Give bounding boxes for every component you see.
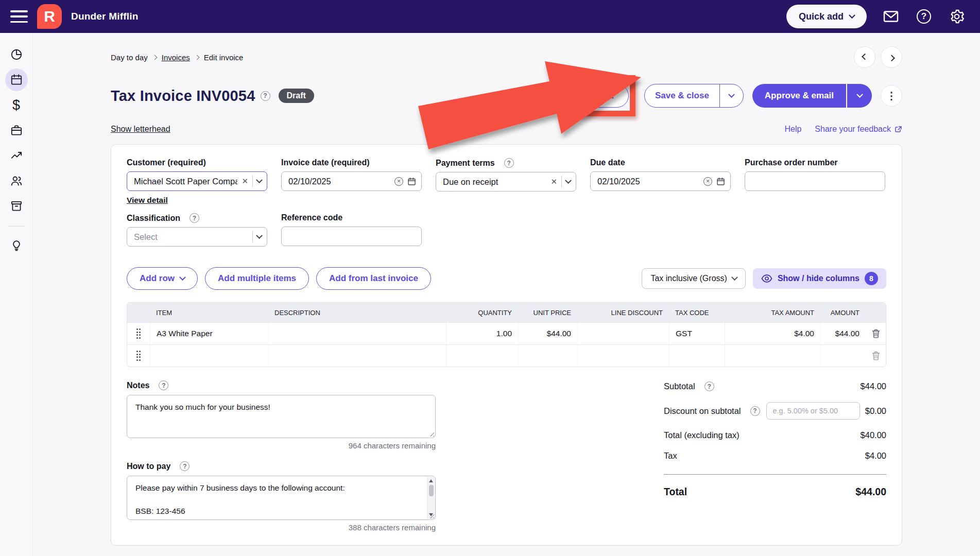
tax-mode-dropdown[interactable]: Tax inclusive (Gross): [642, 268, 745, 289]
cell-tax-code[interactable]: GST: [669, 323, 725, 344]
how-to-pay-label: How to pay?: [127, 461, 436, 471]
textarea-scrollbar[interactable]: [427, 477, 435, 519]
classification-help-icon[interactable]: ?: [190, 213, 199, 223]
next-invoice-button[interactable]: [881, 46, 902, 68]
quick-add-button[interactable]: Quick add: [786, 5, 867, 28]
chevron-down-icon[interactable]: [256, 232, 263, 239]
calendar-picker-icon[interactable]: [407, 177, 416, 186]
cell-tax-amount[interactable]: $4.00: [725, 323, 820, 344]
cell-quantity[interactable]: [446, 345, 518, 367]
show-letterhead-link[interactable]: Show letterhead: [111, 125, 170, 134]
trending-up-icon[interactable]: [5, 144, 28, 167]
dollar-icon[interactable]: $: [5, 94, 28, 116]
drag-handle-icon[interactable]: [127, 345, 150, 367]
add-from-last-invoice-button[interactable]: Add from last invoice: [316, 267, 431, 290]
calendar-icon[interactable]: [5, 68, 28, 91]
chevron-down-icon[interactable]: [565, 177, 572, 184]
col-unit-price[interactable]: UNIT PRICE: [518, 309, 577, 317]
app-logo[interactable]: R: [37, 4, 62, 29]
reference-code-field[interactable]: [281, 227, 422, 246]
add-row-button[interactable]: Add row: [127, 267, 198, 290]
cell-unit-price[interactable]: [518, 345, 577, 367]
calendar-picker-icon[interactable]: [716, 177, 725, 186]
how-to-pay-help-icon[interactable]: ?: [180, 461, 190, 471]
cell-item[interactable]: [150, 345, 268, 367]
scroll-up-icon[interactable]: [429, 479, 433, 482]
show-hide-columns-button[interactable]: Show / hide columns 8: [753, 268, 886, 289]
save-close-button[interactable]: Save & close: [645, 84, 719, 107]
save-close-dropdown[interactable]: [719, 84, 743, 107]
col-quantity[interactable]: QUANTITY: [446, 309, 518, 317]
how-to-pay-textarea[interactable]: Please pay within 7 business days to the…: [127, 476, 435, 519]
add-multiple-items-button[interactable]: Add multiple items: [205, 267, 309, 290]
reference-code-input[interactable]: [288, 232, 416, 241]
breadcrumb-day-to-day[interactable]: Day to day: [111, 53, 148, 62]
lightbulb-icon[interactable]: [5, 234, 28, 256]
payment-terms-help-icon[interactable]: ?: [504, 158, 514, 168]
clear-payment-terms-icon[interactable]: ✕: [551, 177, 557, 186]
feedback-link[interactable]: Share your feedback: [815, 125, 902, 134]
hamburger-menu-icon[interactable]: [10, 10, 28, 23]
archive-box-icon[interactable]: [5, 195, 28, 217]
payment-terms-input[interactable]: [443, 177, 546, 187]
col-item[interactable]: ITEM: [150, 309, 268, 317]
approve-email-button[interactable]: Approve & email: [752, 84, 846, 108]
more-options-kebab-button[interactable]: ⋮: [881, 85, 902, 107]
cell-tax-amount[interactable]: [725, 345, 820, 367]
previous-invoice-button[interactable]: [854, 46, 875, 68]
settings-gear-icon[interactable]: [948, 8, 966, 25]
cell-unit-price[interactable]: $44.00: [518, 323, 577, 344]
people-icon[interactable]: [5, 169, 28, 192]
view-detail-link[interactable]: View detail: [127, 196, 168, 205]
invoice-date-input[interactable]: [288, 177, 390, 186]
po-number-input[interactable]: [752, 177, 880, 186]
mail-icon[interactable]: [882, 8, 900, 25]
cell-amount[interactable]: [820, 345, 866, 367]
due-date-input[interactable]: [597, 177, 699, 186]
cell-line-discount[interactable]: [577, 323, 669, 344]
help-icon[interactable]: ?: [915, 8, 933, 25]
po-number-field[interactable]: [745, 171, 885, 191]
cell-tax-code[interactable]: [669, 345, 725, 367]
customer-combobox[interactable]: ✕: [127, 171, 267, 191]
cell-amount[interactable]: $44.00: [820, 323, 866, 344]
delete-row-icon[interactable]: [866, 345, 886, 367]
cell-quantity[interactable]: 1.00: [446, 323, 518, 344]
scroll-thumb[interactable]: [429, 485, 434, 496]
due-date-field[interactable]: ✕: [590, 171, 731, 191]
payment-terms-combobox[interactable]: ✕: [436, 172, 576, 192]
subtotal-help-icon[interactable]: ?: [704, 381, 714, 391]
help-link[interactable]: Help: [784, 125, 801, 134]
col-tax-code[interactable]: TAX CODE: [669, 309, 725, 317]
clear-customer-icon[interactable]: ✕: [242, 177, 248, 186]
discount-input[interactable]: [766, 402, 860, 420]
delete-row-icon[interactable]: [866, 323, 886, 344]
customer-input[interactable]: [134, 177, 237, 186]
breadcrumb-invoices[interactable]: Invoices: [162, 53, 190, 62]
briefcase-icon[interactable]: [5, 119, 28, 142]
subtotal-label: Subtotal?: [664, 381, 714, 391]
chevron-down-icon[interactable]: [256, 177, 263, 183]
classification-select[interactable]: [127, 227, 267, 247]
pie-chart-icon[interactable]: [5, 43, 28, 66]
drag-handle-icon[interactable]: [127, 323, 150, 344]
approve-email-dropdown[interactable]: [847, 84, 872, 108]
cell-description[interactable]: [268, 345, 446, 367]
col-amount[interactable]: AMOUNT: [820, 309, 866, 317]
cell-line-discount[interactable]: [577, 345, 669, 367]
col-line-discount[interactable]: LINE DISCOUNT: [577, 309, 669, 317]
clear-date-icon[interactable]: ✕: [394, 177, 403, 186]
subtotal-value: $44.00: [861, 381, 886, 391]
print-button[interactable]: Print: [579, 84, 629, 108]
notes-help-icon[interactable]: ?: [159, 380, 168, 390]
discount-help-icon[interactable]: ?: [750, 406, 760, 416]
classification-input[interactable]: [134, 232, 248, 242]
invoice-date-field[interactable]: ✕: [281, 171, 422, 191]
col-tax-amount[interactable]: TAX AMOUNT: [725, 309, 820, 317]
cell-item[interactable]: A3 White Paper: [150, 323, 268, 344]
title-help-icon[interactable]: ?: [261, 91, 270, 101]
notes-textarea[interactable]: Thank you so much for your business!: [127, 395, 435, 438]
cell-description[interactable]: [268, 323, 446, 344]
col-description[interactable]: DESCRIPTION: [268, 309, 446, 317]
clear-date-icon[interactable]: ✕: [703, 177, 712, 186]
